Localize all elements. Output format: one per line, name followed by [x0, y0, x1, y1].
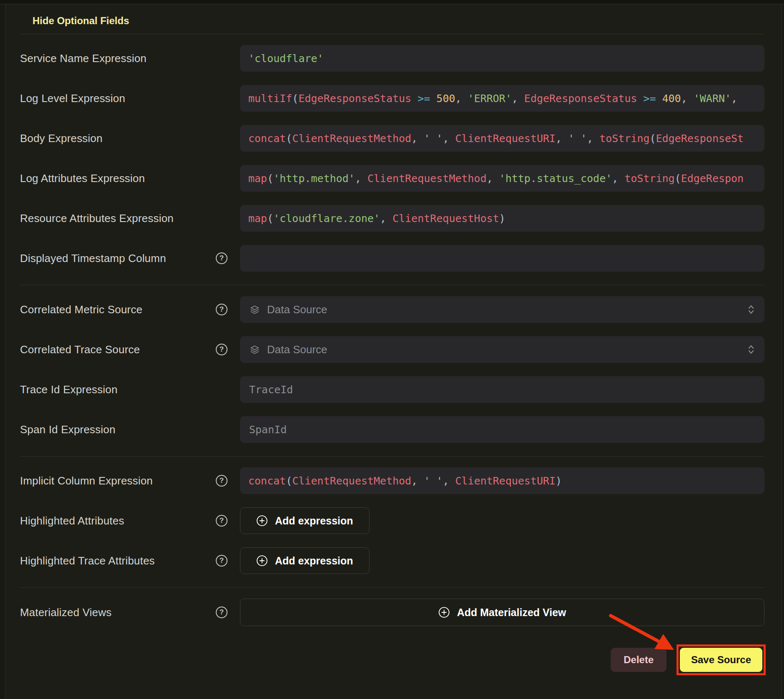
optional-fields-form: Hide Optional Fields Service Name Expres…: [6, 5, 781, 699]
add-expression-button[interactable]: Add expression: [240, 507, 370, 534]
correlated-metric-source-select[interactable]: Data Source: [240, 296, 764, 323]
help-icon[interactable]: ?: [216, 475, 227, 487]
field-row-log-attributes: Log Attributes Expression map('http.meth…: [20, 165, 764, 192]
log-attributes-expression-input[interactable]: map('http.method', ClientRequestMethod, …: [240, 165, 764, 192]
save-source-button[interactable]: Save Source: [680, 648, 762, 672]
add-expression-button[interactable]: Add expression: [240, 547, 370, 574]
divider: [20, 285, 764, 285]
displayed-timestamp-input[interactable]: [240, 245, 764, 272]
correlated-trace-label: Correlated Trace Source: [20, 343, 140, 356]
field-row-displayed-timestamp: Displayed Timestamp Column ?: [20, 245, 764, 272]
service-name-label: Service Name Expression: [20, 52, 147, 65]
correlated-trace-source-select[interactable]: Data Source: [240, 336, 764, 363]
chevron-up-down-icon: [747, 344, 755, 355]
help-icon[interactable]: ?: [216, 515, 227, 527]
trace-id-label: Trace Id Expression: [20, 383, 117, 396]
add-materialized-view-label: Add Materialized View: [457, 607, 566, 619]
footer-actions: Delete Save Source: [20, 644, 764, 675]
service-name-expression-input[interactable]: 'cloudflare': [240, 45, 764, 72]
add-materialized-view-button[interactable]: Add Materialized View: [240, 599, 764, 626]
field-row-correlated-trace: Correlated Trace Source ? Data Source: [20, 336, 764, 363]
correlated-metric-label: Correlated Metric Source: [20, 303, 142, 316]
log-level-label: Log Level Expression: [20, 92, 125, 105]
chevron-up-down-icon: [747, 304, 755, 315]
plus-circle-icon: [256, 515, 268, 527]
select-placeholder: Data Source: [267, 343, 327, 356]
implicit-column-label: Implicit Column Expression: [20, 474, 153, 487]
divider: [20, 456, 764, 457]
displayed-timestamp-label: Displayed Timestamp Column: [20, 252, 166, 265]
add-expression-label: Add expression: [275, 555, 353, 567]
field-row-correlated-metric: Correlated Metric Source ? Data Source: [20, 296, 764, 323]
help-icon[interactable]: ?: [216, 555, 227, 567]
resource-attributes-label: Resource Attributes Expression: [20, 212, 174, 225]
field-row-implicit-column: Implicit Column Expression ? concat(Clie…: [20, 467, 764, 494]
field-row-service-name: Service Name Expression 'cloudflare': [20, 45, 764, 72]
divider: [20, 34, 764, 34]
window-top-edge: [0, 0, 784, 4]
field-row-materialized-views: Materialized Views ? Add Materialized Vi…: [20, 599, 764, 626]
body-expression-input[interactable]: concat(ClientRequestMethod, ' ', ClientR…: [240, 125, 764, 152]
field-row-span-id: Span Id Expression: [20, 416, 764, 443]
plus-circle-icon: [256, 555, 268, 567]
help-icon[interactable]: ?: [216, 252, 227, 264]
highlighted-attributes-label: Highlighted Attributes: [20, 514, 124, 527]
add-expression-label: Add expression: [275, 515, 353, 527]
field-row-log-level: Log Level Expression multiIf(EdgeRespons…: [20, 85, 764, 112]
annotation-highlight-box: Save Source: [677, 644, 766, 675]
hide-optional-fields-toggle[interactable]: Hide Optional Fields: [32, 14, 129, 28]
window-left-edge: [0, 4, 6, 699]
field-row-highlighted-trace-attributes: Highlighted Trace Attributes ? Add expre…: [20, 547, 764, 574]
field-row-highlighted-attributes: Highlighted Attributes ? Add expression: [20, 507, 764, 534]
field-row-body: Body Expression concat(ClientRequestMeth…: [20, 125, 764, 152]
plus-circle-icon: [438, 607, 450, 618]
highlighted-trace-attributes-label: Highlighted Trace Attributes: [20, 554, 155, 567]
log-attributes-label: Log Attributes Expression: [20, 172, 145, 185]
window-right-edge: [782, 4, 784, 699]
layers-icon: [249, 344, 260, 355]
help-icon[interactable]: ?: [216, 607, 227, 618]
help-icon[interactable]: ?: [216, 304, 227, 315]
divider: [20, 587, 764, 588]
span-id-expression-input[interactable]: [240, 416, 764, 443]
layers-icon: [249, 304, 260, 315]
trace-id-expression-input[interactable]: [240, 376, 764, 403]
delete-button[interactable]: Delete: [611, 648, 667, 672]
span-id-label: Span Id Expression: [20, 423, 115, 436]
implicit-column-expression-input[interactable]: concat(ClientRequestMethod, ' ', ClientR…: [240, 467, 764, 494]
field-row-trace-id: Trace Id Expression: [20, 376, 764, 403]
body-expression-label: Body Expression: [20, 132, 102, 145]
select-placeholder: Data Source: [267, 303, 327, 316]
resource-attributes-expression-input[interactable]: map('cloudflare.zone', ClientRequestHost…: [240, 205, 764, 232]
log-level-expression-input[interactable]: multiIf(EdgeResponseStatus >= 500, 'ERRO…: [240, 85, 764, 112]
materialized-views-label: Materialized Views: [20, 606, 112, 619]
help-icon[interactable]: ?: [216, 344, 227, 355]
field-row-resource-attributes: Resource Attributes Expression map('clou…: [20, 205, 764, 232]
